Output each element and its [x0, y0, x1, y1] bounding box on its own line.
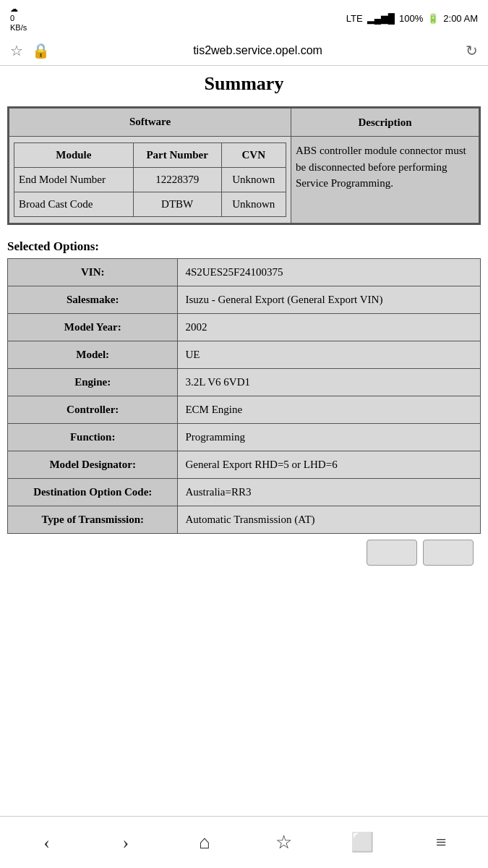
option-key-8: Destination Option Code: — [8, 479, 178, 506]
row1-cvn: Unknown — [221, 192, 286, 217]
description-cell: ABS controller module connector must be … — [291, 137, 479, 224]
list-item: Model: UE — [8, 341, 481, 369]
page-content: Summary Software Description Module — [0, 66, 488, 644]
network-label: LTE — [346, 13, 363, 24]
option-key-2: Model Year: — [8, 314, 178, 341]
partial-btn-1[interactable] — [367, 540, 417, 566]
option-value-7: General Export RHD=5 or LHD=6 — [178, 451, 481, 479]
option-key-3: Model: — [8, 341, 178, 369]
options-table: VIN: 4S2UES25F24100375 Salesmake: Isuzu … — [7, 258, 481, 534]
option-key-0: VIN: — [8, 259, 178, 286]
option-value-3: UE — [178, 341, 481, 369]
nav-forward-button[interactable]: › — [104, 821, 147, 864]
inner-header-cvn: CVN — [221, 143, 286, 168]
list-item: Salesmake: Isuzu - General Export (Gener… — [8, 286, 481, 314]
refresh-icon[interactable]: ↻ — [466, 42, 478, 59]
row1-partnumber: DTBW — [133, 192, 221, 217]
option-value-8: Australia=RR3 — [178, 479, 481, 506]
lock-icon: 🔒 — [32, 42, 50, 59]
list-item: Controller: ECM Engine — [8, 396, 481, 424]
row0-cvn: Unknown — [221, 168, 286, 192]
data-unit: KB/s — [10, 23, 27, 33]
option-key-6: Function: — [8, 424, 178, 451]
list-item: Destination Option Code: Australia=RR3 — [8, 479, 481, 506]
software-table-container: Software Description Module Part Number … — [7, 106, 481, 226]
partial-btn-2[interactable] — [423, 540, 474, 566]
status-right: LTE ▂▄▆█ 100% 🔋 2:00 AM — [346, 13, 478, 24]
star-icon[interactable]: ☆ — [10, 42, 23, 59]
nav-back-button[interactable]: ‹ — [25, 821, 69, 864]
bottom-nav: ‹ › ⌂ ☆ ⬜ ≡ — [0, 816, 488, 868]
selected-options-label: Selected Options: — [7, 239, 481, 254]
bottom-button-row — [7, 534, 481, 571]
software-col-cell: Module Part Number CVN End Model Number … — [9, 137, 291, 224]
time-label: 2:00 AM — [443, 13, 478, 24]
nav-menu-button[interactable]: ≡ — [419, 821, 463, 864]
list-item: VIN: 4S2UES25F24100375 — [8, 259, 481, 286]
option-key-7: Model Designator: — [8, 451, 178, 479]
battery-icon: 🔋 — [427, 13, 439, 24]
option-key-9: Type of Transmission: — [8, 506, 178, 534]
row0-partnumber: 12228379 — [133, 168, 221, 192]
browser-bar: ☆ 🔒 tis2web.service.opel.com ↻ — [0, 36, 488, 66]
inner-header-partnumber: Part Number — [133, 143, 221, 168]
option-value-6: Programming — [178, 424, 481, 451]
signal-icon: ▂▄▆█ — [367, 13, 395, 24]
list-item: Model Designator: General Export RHD=5 o… — [8, 451, 481, 479]
option-value-4: 3.2L V6 6VD1 — [178, 369, 481, 396]
data-usage: ☁ 0 KB/s — [10, 4, 27, 33]
software-col-header: Software — [9, 108, 291, 137]
software-outer-table: Software Description Module Part Number … — [9, 108, 479, 224]
table-row: Broad Cast Code DTBW Unknown — [14, 192, 286, 217]
option-value-1: Isuzu - General Export (General Export V… — [178, 286, 481, 314]
url-display[interactable]: tis2web.service.opel.com — [59, 44, 457, 57]
inner-header-module: Module — [14, 143, 134, 168]
nav-bookmark-button[interactable]: ☆ — [262, 821, 305, 864]
data-speed: 0 — [10, 14, 27, 23]
battery-label: 100% — [399, 13, 423, 24]
cloud-icon: ☁ — [10, 4, 27, 14]
option-value-9: Automatic Transmission (AT) — [178, 506, 481, 534]
row0-module: End Model Number — [14, 168, 134, 192]
list-item: Engine: 3.2L V6 6VD1 — [8, 369, 481, 396]
option-key-1: Salesmake: — [8, 286, 178, 314]
description-col-header: Description — [291, 108, 479, 137]
option-key-4: Engine: — [8, 369, 178, 396]
nav-tabs-button[interactable]: ⬜ — [341, 821, 384, 864]
option-value-2: 2002 — [178, 314, 481, 341]
row1-module: Broad Cast Code — [14, 192, 134, 217]
list-item: Type of Transmission: Automatic Transmis… — [8, 506, 481, 534]
option-value-0: 4S2UES25F24100375 — [178, 259, 481, 286]
option-value-5: ECM Engine — [178, 396, 481, 424]
list-item: Function: Programming — [8, 424, 481, 451]
inner-table: Module Part Number CVN End Model Number … — [14, 142, 286, 217]
option-key-5: Controller: — [8, 396, 178, 424]
status-bar: ☁ 0 KB/s LTE ▂▄▆█ 100% 🔋 2:00 AM — [0, 0, 488, 36]
nav-home-button[interactable]: ⌂ — [183, 821, 226, 864]
page-title: Summary — [7, 73, 481, 95]
list-item: Model Year: 2002 — [8, 314, 481, 341]
table-row: End Model Number 12228379 Unknown — [14, 168, 286, 192]
